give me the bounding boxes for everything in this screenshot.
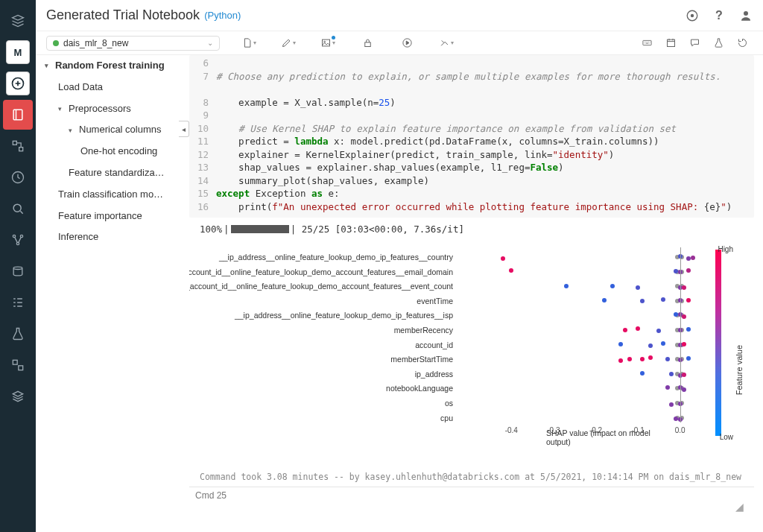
outline-item[interactable]: ▾Numerical columns (45, 119, 179, 141)
shap-point (610, 284, 615, 288)
svg-rect-10 (19, 366, 23, 370)
shap-point (682, 342, 686, 346)
revision-button[interactable] (732, 34, 753, 52)
feature-label: notebookLanguage (189, 384, 453, 393)
image-button[interactable]: ▾ (317, 34, 338, 52)
workflows-icon[interactable] (3, 131, 33, 161)
left-nav-rail: M (0, 0, 36, 532)
shap-point (682, 373, 686, 377)
progress-bar (231, 225, 289, 233)
shap-point (501, 256, 505, 261)
header-bar: Generated Trial Notebook (Python) ? (36, 0, 763, 31)
outline-root[interactable]: ▾Random Forest training (45, 55, 179, 77)
feature-label: ip_address (189, 370, 453, 379)
clear-button[interactable]: ▾ (436, 34, 457, 52)
feature-label: memberStartTime (189, 355, 453, 364)
add-button[interactable] (6, 72, 30, 95)
main-content: 678910111213141516 # Choose any predicti… (189, 55, 754, 532)
shap-point (682, 314, 686, 319)
notebook-nav-icon[interactable] (3, 100, 33, 130)
svg-point-13 (744, 11, 748, 16)
feature-label: account_id (189, 341, 453, 349)
mlflow-button[interactable] (708, 34, 729, 52)
shap-point (669, 402, 674, 407)
shap-point (648, 355, 653, 360)
feature-label: __account_id__online_feature_lookup_demo… (189, 267, 453, 276)
schedule-icon[interactable] (686, 9, 699, 22)
shap-point (686, 298, 691, 303)
svg-rect-1 (13, 110, 22, 119)
svg-rect-14 (323, 39, 330, 46)
outline-item[interactable]: Load Data (45, 77, 179, 98)
recents-icon[interactable] (3, 162, 33, 192)
shap-point (627, 357, 632, 361)
x-tick: -0.2 (589, 426, 602, 434)
outline-item[interactable]: One-hot encoding (45, 141, 179, 162)
chevron-down-icon: ⌄ (207, 39, 213, 47)
shap-point (691, 256, 695, 260)
run-button[interactable] (396, 34, 417, 52)
svg-point-8 (16, 242, 19, 244)
colorbar-axis-label: Feature value (735, 345, 744, 395)
logo-icon[interactable] (3, 6, 33, 36)
colorbar-low: Low (720, 433, 733, 441)
toolbar: dais_mlr_8_new ⌄ ▾ ▾ ▾ ▾ (36, 31, 763, 55)
colorbar (715, 250, 721, 436)
resize-handle[interactable]: ◢ (735, 501, 744, 513)
shap-point (686, 356, 691, 361)
nav-item-m[interactable]: M (6, 40, 30, 64)
svg-rect-19 (667, 39, 674, 46)
shap-point (640, 357, 645, 361)
help-icon[interactable]: ? (712, 9, 726, 22)
jobs-icon[interactable] (3, 288, 33, 317)
keyboard-icon[interactable] (636, 34, 657, 52)
outline-item[interactable]: Train classification mo… (45, 184, 179, 206)
outline-root-label: Random Forest training (55, 58, 165, 74)
shap-point (686, 268, 691, 273)
comments-button[interactable] (684, 34, 705, 52)
svg-point-6 (13, 235, 15, 237)
shap-point (636, 326, 640, 331)
feature-label: os (189, 399, 453, 408)
shap-point (636, 285, 640, 290)
progress-output: 100%|| 25/25 [03:03<00:00, 7.36s/it] (189, 218, 754, 241)
cmd-bar[interactable]: Cmd 25 (189, 487, 754, 504)
cluster-selector[interactable]: dais_mlr_8_new ⌄ (46, 36, 220, 51)
sidebar-collapse-handle[interactable]: ◂ (179, 121, 189, 137)
outline-item[interactable]: Feature standardiza… (45, 162, 179, 184)
x-tick: -0.1 (631, 426, 644, 434)
schedule-button[interactable] (660, 34, 681, 52)
models-icon[interactable] (3, 350, 33, 380)
outline-item[interactable]: Inference (45, 227, 179, 248)
shap-plot: __ip_address__online_feature_lookup_demo… (200, 244, 744, 467)
shap-point (682, 285, 686, 290)
notebook-title[interactable]: Generated Trial Notebook (46, 7, 200, 23)
outline-item[interactable]: ▾Preprocessors (45, 98, 179, 120)
compute-icon[interactable] (3, 256, 33, 286)
code-lines[interactable]: # Choose any prediction to explain, or s… (216, 57, 754, 213)
feature-store-icon[interactable] (3, 381, 33, 411)
svg-rect-16 (365, 42, 371, 47)
experiments-icon[interactable] (3, 319, 33, 349)
feature-label: cpu (189, 414, 453, 422)
feature-label: __account_id__online_feature_lookup_demo… (189, 282, 453, 291)
shap-point (686, 327, 691, 332)
language-label[interactable]: (Python) (204, 10, 241, 21)
feature-label: __ip_address__online_feature_lookup_demo… (189, 311, 453, 320)
outline-item[interactable]: Feature importance (45, 206, 179, 227)
feature-label: eventTime (189, 297, 453, 305)
user-icon[interactable] (739, 9, 753, 22)
file-button[interactable]: ▾ (238, 34, 259, 52)
shap-point (623, 328, 627, 332)
svg-rect-18 (642, 40, 650, 45)
search-icon[interactable] (3, 194, 33, 224)
data-icon[interactable] (3, 225, 33, 255)
shap-point (669, 372, 674, 376)
shap-point (661, 341, 665, 346)
code-cell[interactable]: 678910111213141516 # Choose any predicti… (189, 55, 754, 218)
edit-button[interactable]: ▾ (278, 34, 299, 52)
x-tick: -0.4 (505, 426, 518, 434)
shap-point (682, 387, 686, 392)
lock-button[interactable] (357, 34, 378, 52)
svg-point-12 (691, 14, 694, 16)
